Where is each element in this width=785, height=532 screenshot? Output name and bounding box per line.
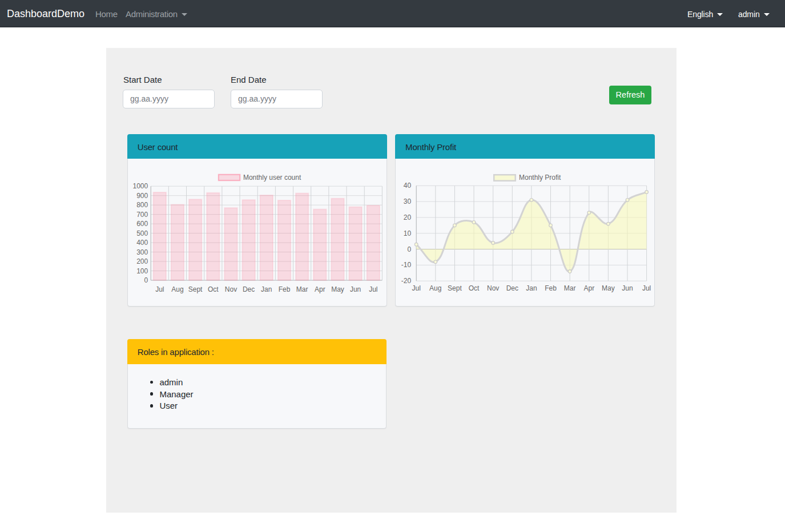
svg-text:Monthly Profit: Monthly Profit (519, 174, 561, 182)
svg-text:40: 40 (404, 182, 412, 190)
svg-text:Nov: Nov (487, 284, 499, 292)
svg-text:Jun: Jun (350, 285, 361, 293)
svg-text:300: 300 (136, 248, 148, 256)
svg-text:Oct: Oct (208, 285, 219, 293)
svg-text:May: May (331, 285, 344, 293)
svg-text:Mar: Mar (296, 285, 308, 293)
svg-text:Oct: Oct (469, 284, 480, 292)
svg-text:Aug: Aug (171, 285, 183, 293)
svg-text:Apr: Apr (584, 284, 595, 292)
svg-text:20: 20 (404, 213, 412, 221)
svg-text:Dec: Dec (506, 284, 518, 292)
svg-text:500: 500 (136, 229, 148, 237)
svg-text:Jan: Jan (526, 284, 537, 292)
svg-text:Sept: Sept (188, 285, 203, 293)
svg-text:Jul: Jul (412, 284, 421, 292)
svg-text:0: 0 (144, 276, 148, 284)
svg-text:Jul: Jul (642, 284, 651, 292)
svg-text:Jul: Jul (369, 285, 377, 293)
svg-text:30: 30 (404, 198, 412, 205)
svg-text:10: 10 (404, 229, 412, 237)
svg-text:0: 0 (408, 245, 412, 253)
svg-text:1000: 1000 (132, 182, 148, 190)
svg-text:Jul: Jul (155, 285, 164, 293)
svg-text:Dec: Dec (243, 285, 255, 293)
svg-text:-10: -10 (401, 261, 412, 269)
svg-text:800: 800 (136, 201, 148, 209)
svg-text:Apr: Apr (315, 285, 325, 293)
svg-text:Mar: Mar (564, 284, 576, 292)
svg-text:Nov: Nov (225, 285, 237, 293)
svg-text:700: 700 (136, 210, 148, 218)
svg-text:600: 600 (136, 220, 148, 228)
svg-text:Feb: Feb (545, 284, 557, 292)
svg-text:Feb: Feb (278, 285, 290, 293)
svg-text:400: 400 (136, 239, 148, 247)
svg-text:May: May (602, 284, 615, 292)
svg-text:Monthly user count: Monthly user count (243, 174, 301, 182)
svg-text:200: 200 (136, 257, 148, 265)
svg-text:-20: -20 (401, 277, 412, 285)
svg-text:900: 900 (136, 191, 148, 199)
svg-text:Sept: Sept (448, 284, 462, 292)
svg-text:Jun: Jun (622, 284, 633, 292)
svg-text:Jan: Jan (261, 285, 272, 293)
svg-text:100: 100 (136, 267, 148, 275)
svg-text:Aug: Aug (429, 284, 441, 292)
